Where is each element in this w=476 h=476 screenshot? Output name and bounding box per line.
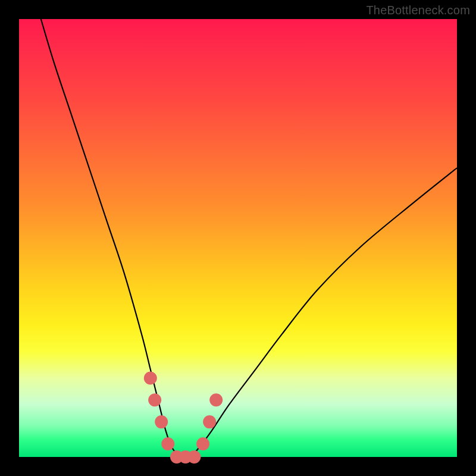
highlight-markers-group bbox=[144, 372, 223, 464]
highlight-marker bbox=[148, 393, 161, 406]
highlight-marker bbox=[196, 437, 209, 450]
plot-area bbox=[19, 19, 457, 457]
highlight-marker bbox=[161, 437, 174, 450]
highlight-marker bbox=[203, 415, 216, 428]
highlight-marker bbox=[187, 450, 201, 464]
highlight-marker bbox=[144, 372, 157, 385]
chart-frame: TheBottleneck.com bbox=[0, 0, 476, 476]
highlight-marker bbox=[155, 415, 168, 428]
watermark-text: TheBottleneck.com bbox=[366, 4, 470, 17]
highlight-marker bbox=[209, 393, 223, 406]
curve-svg bbox=[19, 19, 457, 457]
bottleneck-curve-path bbox=[41, 19, 457, 458]
